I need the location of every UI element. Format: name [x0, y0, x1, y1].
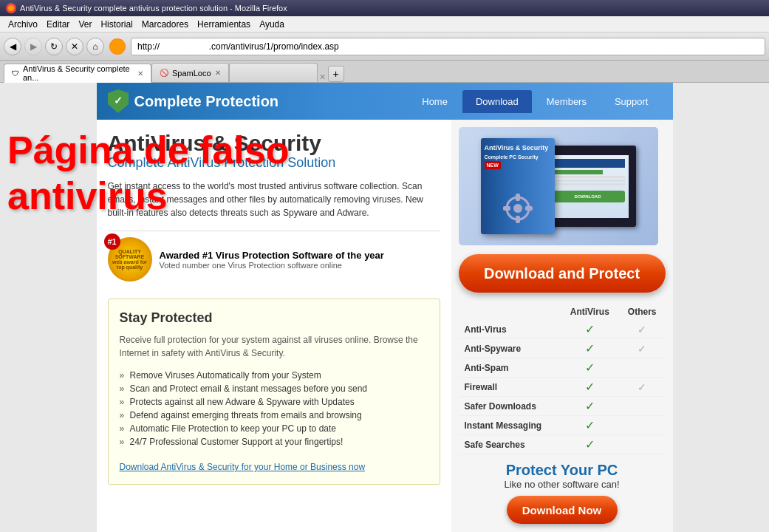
tab-close-empty[interactable]: ✕ — [319, 72, 326, 82]
others-check: ✓ — [619, 339, 666, 358]
col-others: Others — [619, 304, 666, 320]
svg-rect-6 — [516, 194, 520, 201]
tab-antivirus[interactable]: 🛡 AntiVirus & Security complete an... ✕ — [4, 64, 151, 83]
stay-protected-title: Stay Protected — [120, 310, 428, 326]
right-column: AntiVirus & Security Complete PC Securit… — [451, 120, 673, 532]
others-empty — [619, 435, 666, 454]
table-row: Instant Messaging ✓ — [459, 416, 666, 435]
table-row: Firewall ✓ ✓ — [459, 378, 666, 397]
av-check: ✓ — [561, 435, 619, 454]
feature-label: Anti-Spam — [459, 358, 561, 378]
menu-marcadores[interactable]: Marcadores — [137, 19, 193, 30]
av-check: ✓ — [561, 397, 619, 416]
menu-ayuda[interactable]: Ayuda — [255, 19, 289, 30]
download-protect-button[interactable]: Download and Protect — [459, 254, 666, 293]
others-empty — [619, 397, 666, 416]
tab-empty[interactable] — [229, 63, 318, 82]
menu-editar[interactable]: Editar — [42, 19, 74, 30]
left-column: AntiVirus & Security Complete AntiVirus … — [97, 120, 451, 532]
monitor-screen: DOWNLOAD — [547, 155, 629, 218]
col-feature — [459, 304, 561, 320]
hero-title: AntiVirus & Security — [108, 131, 440, 155]
feature-item: Automatic File Protection to keep your P… — [120, 422, 428, 435]
site-header: ✓ Complete Protection Home Download Memb… — [97, 83, 673, 120]
main-area: AntiVirus & Security Complete AntiVirus … — [97, 120, 673, 532]
others-check: ✓ — [619, 378, 666, 397]
menu-archivo[interactable]: Archivo — [4, 19, 42, 30]
feature-label: Anti-Spyware — [459, 339, 561, 358]
av-check: ✓ — [561, 358, 619, 378]
nav-bar: ◀ ▶ ↻ ✕ ⌂ — [0, 33, 769, 61]
award-badge: QUALITY SOFTWAREweb award for top qualit… — [108, 237, 152, 282]
new-tab-button[interactable]: + — [328, 66, 344, 82]
table-row: Anti-Spam ✓ — [459, 358, 666, 378]
feature-label: Instant Messaging — [459, 416, 561, 435]
feature-label: Safer Downloads — [459, 397, 561, 416]
feature-item: Defend against emerging threats from ema… — [120, 409, 428, 422]
address-bar[interactable] — [131, 38, 765, 55]
gear-icon — [499, 190, 536, 227]
forward-button[interactable]: ▶ — [24, 38, 42, 55]
award-text: Awarded #1 Virus Protection Software of … — [160, 250, 384, 270]
others-empty — [619, 416, 666, 435]
nav-members[interactable]: Members — [533, 90, 600, 113]
stay-protected-desc: Receive full protection for your system … — [120, 333, 428, 360]
tab-antivirus-label: AntiVirus & Security complete an... — [23, 64, 134, 82]
award-subtitle: Voted number one Virus Protection softwa… — [160, 261, 384, 270]
table-row: Safe Searches ✓ — [459, 435, 666, 454]
award-title: Awarded #1 Virus Protection Software of … — [160, 250, 384, 261]
feature-item: Remove Viruses Automatically from your S… — [120, 369, 428, 382]
svg-point-1 — [8, 5, 14, 11]
protect-title: Protect Your PC — [459, 462, 666, 479]
menu-historial[interactable]: Historial — [96, 19, 137, 30]
tabs-bar: 🛡 AntiVirus & Security complete an... ✕ … — [0, 61, 769, 83]
av-check: ✓ — [561, 378, 619, 397]
comparison-table: AntiVirus Others Anti-Virus ✓ ✓ Anti-Spy… — [459, 304, 666, 454]
nav-home[interactable]: Home — [409, 90, 461, 113]
product-image: AntiVirus & Security Complete PC Securit… — [459, 127, 658, 245]
product-box: AntiVirus & Security Complete PC Securit… — [481, 138, 555, 234]
hero-title-text: AntiVirus & Security — [108, 131, 322, 155]
feature-item: Scan and Protect email & instant message… — [120, 382, 428, 395]
protect-subtitle: Like no other software can! — [459, 479, 666, 490]
site-wrapper: ✓ Complete Protection Home Download Memb… — [97, 83, 673, 532]
others-check: ✓ — [619, 320, 666, 339]
table-row: Safer Downloads ✓ — [459, 397, 666, 416]
product-box-label: AntiVirus & Security Complete PC Securit… — [485, 144, 555, 170]
home-button[interactable]: ⌂ — [86, 38, 104, 55]
award-badge-text: QUALITY SOFTWAREweb award for top qualit… — [112, 249, 148, 270]
back-button[interactable]: ◀ — [4, 38, 21, 55]
download-now-button[interactable]: Download Now — [507, 496, 618, 524]
tab-spamloco[interactable]: 🚫 SpamLoco ✕ — [151, 63, 229, 82]
menu-herramientas[interactable]: Herramientas — [193, 19, 255, 30]
nav-support[interactable]: Support — [601, 90, 662, 113]
feature-item: Protects against all new Adware & Spywar… — [120, 395, 428, 409]
stay-protected-box: Stay Protected Receive full protection f… — [108, 299, 440, 485]
tab-antivirus-close[interactable]: ✕ — [137, 69, 143, 78]
new-badge: NEW — [485, 161, 501, 169]
svg-rect-9 — [525, 206, 533, 211]
reload-button[interactable]: ↻ — [45, 38, 63, 55]
download-link[interactable]: Download AntiVirus & Security for your H… — [120, 462, 366, 472]
av-check: ✓ — [561, 320, 619, 339]
menu-ver[interactable]: Ver — [74, 19, 96, 30]
stop-button[interactable]: ✕ — [66, 38, 83, 55]
feature-label: Firewall — [459, 378, 561, 397]
firefox-icon — [6, 3, 16, 13]
window-title: AntiVirus & Security complete antivirus … — [20, 4, 287, 13]
svg-text:✓: ✓ — [114, 95, 123, 106]
svg-rect-7 — [516, 216, 520, 223]
tab-antivirus-favicon: 🛡 — [12, 69, 19, 78]
site-nav: Home Download Members Support — [409, 90, 661, 113]
hero-desc: Get instant access to the world's most t… — [108, 180, 440, 219]
nav-download[interactable]: Download — [462, 90, 532, 113]
col-antivirus: AntiVirus — [561, 304, 619, 320]
tab-spamloco-close[interactable]: ✕ — [215, 69, 221, 77]
svg-point-5 — [513, 204, 522, 213]
site-logo-text: Complete Protection — [134, 93, 279, 110]
feature-item: 24/7 Professional Customer Support at yo… — [120, 435, 428, 449]
feature-label: Anti-Virus — [459, 320, 561, 339]
feature-list: Remove Viruses Automatically from your S… — [120, 369, 428, 449]
table-row: Anti-Spyware ✓ ✓ — [459, 339, 666, 358]
av-check: ✓ — [561, 339, 619, 358]
